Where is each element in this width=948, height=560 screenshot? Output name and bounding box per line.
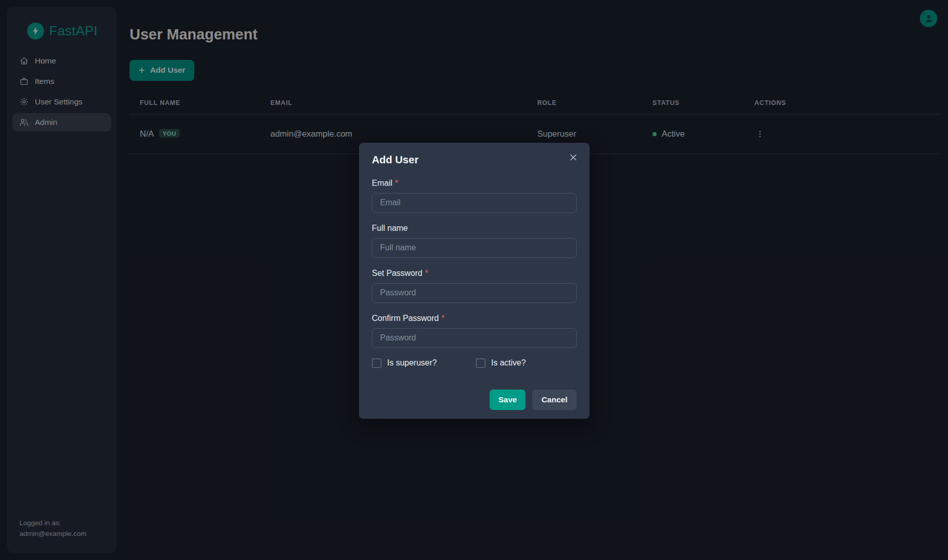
confirm-password-field-group: Confirm Password* [372, 313, 577, 348]
modal-title: Add User [372, 154, 418, 166]
checkbox-icon [476, 358, 486, 368]
add-user-modal: Add User Email* Full name Set Password* … [359, 143, 589, 419]
confirm-password-field[interactable] [372, 328, 577, 348]
required-marker: * [441, 313, 445, 324]
modal-checkbox-row: Is superuser? Is active? [372, 358, 577, 368]
full-name-label: Full name [372, 223, 577, 233]
set-password-field[interactable] [372, 283, 577, 303]
required-marker: * [425, 268, 428, 278]
set-password-label: Set Password* [372, 268, 577, 278]
is-superuser-checkbox[interactable]: Is superuser? [372, 358, 476, 368]
set-password-field-group: Set Password* [372, 268, 577, 303]
full-name-field-group: Full name [372, 223, 577, 258]
email-field[interactable] [372, 193, 577, 213]
modal-footer: Save Cancel [372, 390, 577, 410]
full-name-field[interactable] [372, 238, 577, 258]
save-button[interactable]: Save [490, 390, 525, 410]
close-icon[interactable] [568, 153, 578, 162]
required-marker: * [395, 178, 398, 188]
checkbox-icon [372, 358, 382, 368]
email-label: Email* [372, 178, 577, 188]
email-field-group: Email* [372, 178, 577, 213]
modal-header: Add User [372, 154, 577, 166]
is-active-checkbox[interactable]: Is active? [476, 358, 526, 368]
confirm-password-label: Confirm Password* [372, 313, 577, 324]
cancel-button[interactable]: Cancel [532, 390, 577, 410]
is-superuser-label: Is superuser? [387, 358, 437, 368]
is-active-label: Is active? [491, 358, 526, 368]
